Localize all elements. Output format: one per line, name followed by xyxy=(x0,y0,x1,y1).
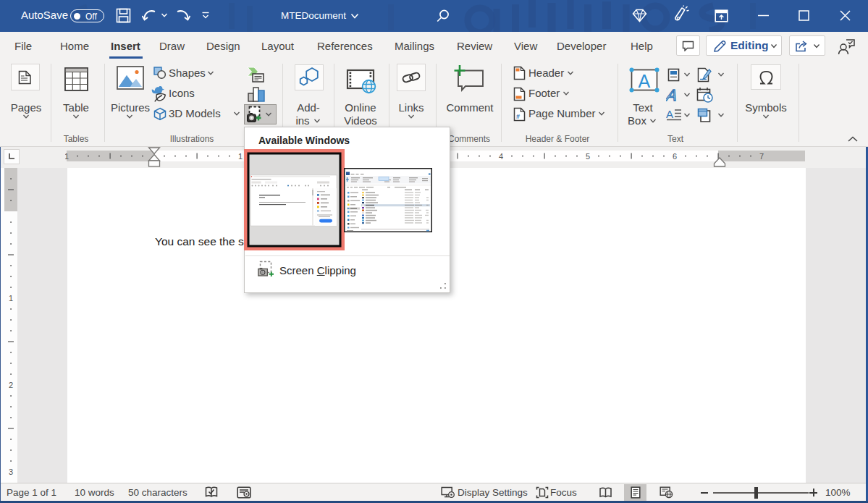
svg-text:3: 3 xyxy=(9,468,13,476)
svg-text:A: A xyxy=(639,71,651,91)
svg-text:1: 1 xyxy=(9,294,13,303)
svg-text:1: 1 xyxy=(65,152,69,161)
svg-text:A: A xyxy=(666,108,673,120)
svg-text:A: A xyxy=(666,88,678,103)
svg-text:7: 7 xyxy=(759,152,764,161)
svg-text:2: 2 xyxy=(9,381,13,389)
svg-text:#: # xyxy=(516,113,520,120)
svg-text:4: 4 xyxy=(499,152,503,161)
svg-text:5: 5 xyxy=(586,152,590,161)
svg-text:1: 1 xyxy=(238,152,243,161)
svg-text:6: 6 xyxy=(673,152,677,161)
